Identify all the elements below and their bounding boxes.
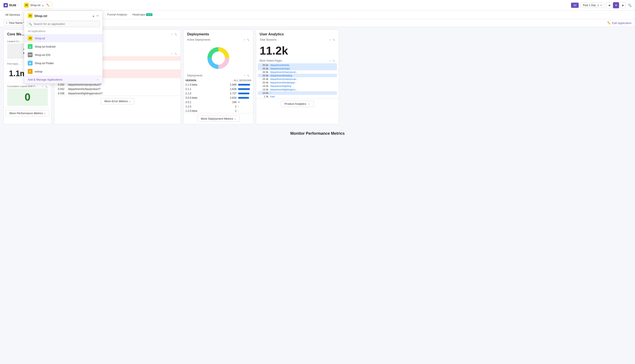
deploy-bar-5 — [238, 106, 251, 108]
cls-label: Cumulative Layout Shift P... — [7, 85, 36, 88]
dep-table-expand-button[interactable]: ⤡ — [247, 74, 250, 77]
more-deployment-label: More Deployment Metrics — [201, 117, 233, 120]
dropdown-app-name-label: Shop.ist — [34, 14, 47, 18]
dropdown-item-ios[interactable]: iOS Shop.ist iOS — [24, 51, 102, 59]
playback-controls: ◀ ⏸ ▶ — [606, 2, 626, 8]
search-magnify-icon: 🔍 — [28, 22, 32, 26]
page-path-0: /department/sofas — [270, 64, 335, 66]
time-1d-button[interactable]: 1d — [571, 2, 579, 8]
page-count-2: 26.9k — [260, 71, 268, 73]
shopist-icon: JS — [28, 36, 32, 40]
ua-title: User Analytics — [260, 32, 284, 36]
deploy-version-header: VERSION — [186, 79, 230, 82]
deploy-bar-1 — [238, 88, 251, 90]
most-visited-header: Most Visited Pages ↑ ⤡ — [256, 59, 339, 63]
dropdown-item-shopist[interactable]: JS Shop.ist — [24, 34, 102, 42]
flutter-label: Shop.ist Flutter — [35, 62, 54, 65]
sessions-expand-button[interactable]: ⤡ — [174, 32, 177, 36]
ua-share-button[interactable]: ↑ — [329, 38, 331, 42]
deployments-table-header-row: Deployments ↑ ⤡ — [184, 74, 253, 78]
monitor-section: Monitor Performance Metrics — [0, 127, 635, 140]
err-expand-button[interactable]: ⤡ — [174, 52, 177, 56]
deploy-count-4: 194 — [226, 101, 236, 104]
time-range-label: Past 1 Day — [583, 4, 596, 7]
cls-share-button[interactable]: ↑ — [42, 85, 44, 88]
donut-chart — [205, 45, 232, 71]
playback-forward-button[interactable]: ▶ — [620, 2, 626, 8]
dep-table-share-button[interactable]: ↑ — [244, 74, 245, 77]
product-analytics-button[interactable]: Product Analytics → — [281, 101, 314, 107]
sessions-share-button[interactable]: ↑ — [171, 32, 173, 36]
deploy-bar-0 — [238, 84, 251, 86]
deploy-row-0: 2.1.0-beta 2,848 — [184, 82, 253, 87]
filter-viewname-label: View Name:* — [9, 22, 24, 24]
deploy-version-5: 1.2.0 — [186, 105, 224, 108]
sessions-actions: ↑ ⤡ — [171, 32, 177, 36]
ua-expand-button[interactable]: ⤡ — [332, 38, 335, 42]
deploy-bar-2 — [238, 92, 251, 94]
playback-back-button[interactable]: ◀ — [606, 2, 612, 8]
page-path-4: /department/sofas/produ... — [270, 78, 335, 80]
error-path-8: /department/lighting/product/? — [68, 92, 177, 95]
deploy-version-6: 1.2.0-beta — [186, 110, 224, 112]
pages-expand-button[interactable]: ⤡ — [332, 59, 335, 62]
page-row-9: 1.3k /cart — [258, 95, 337, 98]
deploy-version-0: 2.1.0-beta — [186, 83, 224, 86]
more-performance-button[interactable]: More Performance Metrics ↓ — [6, 110, 49, 116]
edit-icon[interactable]: ✏️ — [46, 4, 50, 7]
dropdown-item-android[interactable]: ▲ Shop.ist Android — [24, 42, 102, 51]
dropdown-item-eshop[interactable]: E eshop — [24, 67, 102, 76]
add-manage-arrow-icon: → — [96, 78, 99, 81]
dropdown-item-flutter[interactable]: ◆ Shop.ist Flutter — [24, 59, 102, 67]
tab-heatmaps[interactable]: Heatmaps NEW — [132, 10, 152, 19]
android-label: Shop.ist Android — [35, 45, 56, 48]
product-analytics-label: Product Analytics — [284, 102, 306, 106]
pages-share-button[interactable]: ↑ — [329, 59, 331, 62]
page-path-3: /department/bedding — [270, 74, 335, 77]
tab-funnel-analysis[interactable]: Funnel Analysis — [107, 10, 127, 19]
page-count-6: 19.3k — [260, 85, 268, 87]
cwv-title: Core We... — [7, 32, 24, 36]
chevron-up-icon: ▲ — [42, 4, 44, 6]
dep-expand-button[interactable]: ⤡ — [247, 38, 250, 42]
more-error-button[interactable]: More Error Metrics ↓ — [101, 98, 134, 104]
flutter-icon: ◆ — [28, 61, 32, 66]
app-dropdown: JS Shop.ist ▲ ✏ 🔍 All Applications JS Sh… — [24, 10, 103, 84]
eshop-icon: E — [28, 69, 32, 74]
rum-logo: ◉ RUM — [4, 3, 16, 8]
active-deployments-header: Active Deployments ↑ ⤡ — [184, 38, 253, 42]
playback-pause-button[interactable]: ⏸ — [613, 2, 619, 8]
product-analytics-icon: → — [308, 102, 310, 106]
deploy-row-1: 2.1.1 2,828 — [184, 87, 253, 91]
deploy-count-1: 2,828 — [226, 88, 236, 90]
user-analytics-card: User Analytics Total Sessions ↑ ⤡ 11.2k … — [256, 30, 339, 124]
dropdown-section-label: All Applications — [24, 29, 102, 34]
edit-app-label: Edit Application — [612, 22, 632, 25]
top-search-button[interactable]: 🔍 — [628, 4, 632, 7]
err-share-button[interactable]: ↑ — [171, 52, 173, 56]
dropdown-header-actions: ▲ ✏ — [92, 14, 99, 18]
deploy-sessions-header: ↓ ALL SESSIONS — [232, 79, 251, 82]
app-selector[interactable]: JS Shop.ist ▲ ✏️ — [22, 2, 52, 9]
add-manage-label: Add & Manage Applications — [28, 78, 62, 81]
app-search-input[interactable] — [27, 21, 100, 27]
time-range-selector[interactable]: Past 1 Day ⊟ ▾ — [580, 2, 604, 8]
page-row-2: 26.9k /department/chairs/prod... — [258, 70, 337, 74]
dep-share-button[interactable]: ↑ — [244, 38, 245, 42]
cls-expand-button[interactable]: ⤡ — [45, 85, 48, 88]
page-row-5: 25.4k /department/bedding/pr... — [258, 81, 337, 84]
ios-label: Shop.ist iOS — [35, 53, 50, 56]
more-deployment-button[interactable]: More Deployment Metrics ↓ — [197, 116, 240, 122]
dropdown-edit-icon[interactable]: ✏ — [96, 14, 99, 18]
error-row-7: 0.042 /department/sofas/product/? — [54, 87, 180, 91]
new-badge: NEW — [146, 13, 152, 16]
search-inner: 🔍 — [27, 21, 100, 27]
filter-remove-icon[interactable]: ✕ — [6, 22, 8, 24]
add-manage-button[interactable]: Add & Manage Applications → — [24, 76, 102, 84]
page-count-5: 25.4k — [260, 81, 268, 84]
error-rate-8: 0.036 — [58, 92, 66, 95]
page-path-8: / — [270, 92, 335, 94]
edit-application-button[interactable]: ✏️ Edit Application — [607, 22, 632, 25]
deploy-bar-4 — [238, 101, 251, 103]
chevron-up-icon[interactable]: ▲ — [92, 14, 95, 18]
